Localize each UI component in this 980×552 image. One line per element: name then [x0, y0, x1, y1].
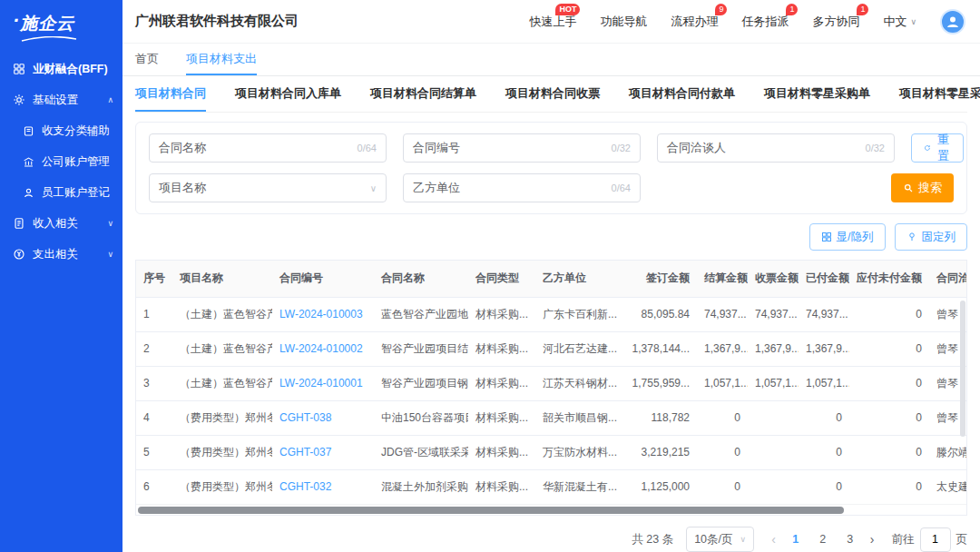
sidebar-item-income[interactable]: 收入相关 ∨ [0, 208, 122, 239]
nav-item-quick-start[interactable]: HOT 快速上手 [529, 14, 576, 30]
language-selector[interactable]: 中文 ∨ [883, 14, 916, 30]
company-name: 广州联君软件科技有限公司 [135, 13, 299, 30]
cell-sign-amount: 1,378,144... [619, 331, 697, 366]
contract-no-link[interactable]: CGHT-038 [272, 400, 374, 435]
table-row[interactable]: 3 （土建）蓝色智谷产... LW-2024-010001 智谷产业园项目钢材.… [136, 366, 967, 400]
sidebar-item-expense[interactable]: 支出相关 ∨ [0, 239, 122, 270]
chevron-down-icon: ∨ [107, 250, 113, 259]
cell-unpaid-amount: 0 [849, 469, 929, 504]
subtab-sporadic-reimburse[interactable]: 项目材料零星采购报销单 [899, 76, 980, 112]
table-row[interactable]: 5 （费用类型）郑州冬... CGHT-037 JDG管-区域联采采购... 材… [136, 435, 967, 469]
goto-page-input[interactable] [920, 527, 951, 552]
tab-home[interactable]: 首页 [135, 44, 159, 75]
refresh-icon [924, 143, 931, 153]
vertical-scrollbar[interactable] [960, 301, 965, 437]
cell-invoice-amount [748, 435, 799, 469]
document-icon [13, 217, 25, 230]
sidebar-item-base-settings[interactable]: 基础设置 ∧ [0, 84, 122, 115]
cell-paid-amount: 0 [799, 469, 849, 504]
page-button-3[interactable]: 3 [838, 528, 862, 550]
negotiator-label: 合同洽谈人 [667, 140, 726, 156]
pin-icon [906, 232, 917, 242]
nav-item-process[interactable]: 9 流程办理 [671, 14, 718, 30]
sidebar-item-company-account[interactable]: 公司账户管理 [0, 146, 122, 177]
sidebar-item-employee-account[interactable]: 员工账户登记 [0, 177, 122, 208]
goto-label: 前往 [892, 532, 915, 547]
contract-no-link[interactable]: CGHT-037 [272, 435, 374, 469]
nav-item-task-assign[interactable]: 1 任务指派 [741, 14, 789, 30]
contract-no-input[interactable] [467, 142, 604, 155]
subtab-bar: 项目材料合同 项目材料合同入库单 项目材料合同结算单 项目材料合同收票 项目材料… [135, 76, 967, 113]
show-hide-columns-label: 显/隐列 [837, 230, 874, 245]
chevron-down-icon: ∨ [910, 17, 916, 26]
party-b-input[interactable] [467, 182, 604, 195]
cell-settle-amount: 0 [697, 400, 748, 435]
table-row[interactable]: 1 （土建）蓝色智谷产... LW-2024-010003 蓝色智谷产业园地砖.… [136, 297, 967, 331]
table-row[interactable]: 4 （费用类型）郑州冬... CGHT-038 中油150台容器项目... 材料… [136, 400, 967, 435]
contract-no-link[interactable]: LW-2024-010001 [272, 366, 374, 400]
cell-contract-name: 蓝色智谷产业园地砖... [374, 297, 468, 331]
project-name-select[interactable]: 项目名称 ∨ [149, 173, 387, 202]
column-header-negotiator: 合同洽... [929, 261, 967, 297]
cell-settle-amount: 74,937... [697, 297, 748, 331]
app-logo: ·施企云 [0, 0, 122, 46]
chevron-up-icon: ∧ [107, 95, 113, 104]
nav-label: 快速上手 [529, 15, 576, 28]
subtab-material-contract[interactable]: 项目材料合同 [135, 76, 206, 112]
search-button[interactable]: 搜索 [891, 173, 954, 202]
table-row[interactable]: 2 （土建）蓝色智谷产... LW-2024-010002 智谷产业园项目结构.… [136, 331, 967, 366]
contract-no-link[interactable]: CGHT-032 [272, 469, 374, 504]
table-row[interactable]: 6 （费用类型）郑州冬... CGHT-032 混凝土外加剂采购合... 材料采… [136, 469, 967, 504]
column-header-seq: 序号 [136, 261, 172, 297]
book-icon [23, 125, 34, 137]
subtab-contract-payment[interactable]: 项目材料合同付款单 [629, 76, 735, 112]
sidebar-item-income-expense-category[interactable]: 收支分类辅助 [0, 115, 122, 146]
cell-party-b: 韶关市顺昌钢... [535, 400, 619, 435]
subtab-contract-invoice[interactable]: 项目材料合同收票 [505, 76, 600, 112]
contract-name-filter: 合同名称 0/64 [149, 133, 387, 163]
cell-party-b: 万宝防水材料... [535, 435, 619, 469]
contract-no-link[interactable]: LW-2024-010002 [272, 331, 374, 366]
horizontal-scrollbar-thumb[interactable] [138, 507, 844, 514]
cell-contract-name: 智谷产业园项目结构... [374, 331, 468, 366]
fixed-columns-button[interactable]: 固定列 [895, 223, 968, 251]
tab-project-material-expense[interactable]: 项目材料支出 [186, 44, 257, 75]
party-b-counter: 0/64 [612, 182, 631, 193]
filter-row-2: 项目名称 ∨ 乙方单位 0/64 搜索 [149, 173, 954, 202]
cell-sign-amount: 3,219,215 [619, 435, 697, 469]
cell-seq: 5 [136, 435, 172, 469]
negotiator-input[interactable] [733, 142, 858, 155]
column-header-party-b: 乙方单位 [535, 261, 619, 297]
show-hide-columns-button[interactable]: 显/隐列 [809, 223, 886, 251]
nav-item-feature-nav[interactable]: 功能导航 [600, 14, 647, 30]
subtab-contract-inbound[interactable]: 项目材料合同入库单 [235, 76, 341, 112]
page-size-select[interactable]: 10条/页 ∨ [686, 527, 754, 552]
cell-settle-amount: 0 [697, 435, 748, 469]
contract-name-input[interactable] [213, 142, 350, 155]
cell-unpaid-amount: 0 [849, 331, 929, 366]
cell-invoice-amount [748, 469, 799, 504]
prev-page-button[interactable]: ‹ [767, 532, 780, 547]
nav-label: 多方协同 [812, 15, 859, 28]
total-count: 共 23 条 [632, 532, 673, 547]
sidebar-item-label: 业财融合(BFF) [33, 62, 108, 77]
horizontal-scrollbar-track [136, 504, 966, 515]
fixed-columns-label: 固定列 [922, 230, 956, 245]
nav-item-collaboration[interactable]: 1 多方协同 [812, 14, 859, 30]
subtab-sporadic-purchase[interactable]: 项目材料零星采购单 [764, 76, 870, 112]
page-button-1[interactable]: 1 [784, 528, 808, 550]
subtab-contract-settlement[interactable]: 项目材料合同结算单 [370, 76, 476, 112]
cell-project: （费用类型）郑州冬... [172, 469, 272, 504]
content-area: 项目材料合同 项目材料合同入库单 项目材料合同结算单 项目材料合同收票 项目材料… [122, 76, 980, 552]
page-button-2[interactable]: 2 [811, 528, 835, 550]
reset-button[interactable]: 重置 [911, 133, 964, 163]
cell-project: （土建）蓝色智谷产... [172, 366, 272, 400]
cell-contract-name: 中油150台容器项目... [374, 400, 468, 435]
cell-type: 材料采购... [468, 400, 535, 435]
cell-paid-amount: 0 [799, 435, 849, 469]
chevron-down-icon: ∨ [370, 183, 377, 193]
next-page-button[interactable]: › [866, 532, 879, 547]
sidebar-item-bff[interactable]: 业财融合(BFF) [0, 54, 122, 84]
contract-no-link[interactable]: LW-2024-010003 [272, 297, 374, 331]
avatar[interactable] [940, 9, 965, 34]
